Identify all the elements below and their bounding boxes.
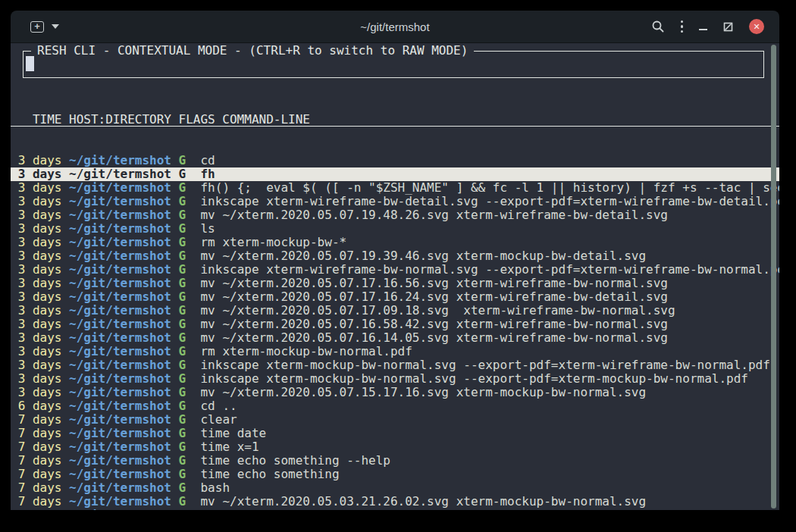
- row-time: 7 days: [18, 509, 62, 510]
- screen: ~/git/termshot: [0, 0, 796, 532]
- row-flags: G: [179, 331, 186, 345]
- history-row[interactable]: 3 days ~/git/termshot G cd: [11, 154, 779, 167]
- history-row[interactable]: 3 days ~/git/termshot G mv ~/xterm.2020.…: [11, 331, 779, 345]
- row-time: 3 days: [18, 358, 62, 372]
- history-row[interactable]: 7 days ~/git/termshot G mv ~/xterm.2020.…: [11, 509, 779, 510]
- history-row[interactable]: 3 days ~/git/termshot G mv ~/xterm.2020.…: [11, 249, 779, 263]
- history-row[interactable]: 3 days ~/git/termshot G mv ~/xterm.2020.…: [11, 208, 779, 222]
- row-flags: G: [179, 304, 186, 318]
- row-host-directory: ~/git/termshot: [69, 304, 171, 318]
- search-panel[interactable]: RESH CLI - CONTEXTUAL MODE - (CTRL+R to …: [23, 51, 764, 78]
- history-row[interactable]: 3 days ~/git/termshot G mv ~/xterm.2020.…: [11, 304, 779, 318]
- menu-button[interactable]: [681, 20, 684, 33]
- row-host-directory: ~/git/termshot: [69, 468, 171, 481]
- row-command: inkscape xterm-wireframe-bw-normal.svg -…: [200, 263, 779, 277]
- row-time: 7 days: [18, 440, 62, 454]
- row-flags: G: [179, 413, 186, 427]
- row-flags: G: [179, 509, 186, 510]
- row-host-directory: ~/git/termshot: [69, 290, 171, 304]
- history-row[interactable]: 3 days ~/git/termshot G mv ~/xterm.2020.…: [11, 277, 779, 290]
- row-time: 3 days: [18, 236, 62, 249]
- minimize-button[interactable]: [699, 23, 707, 30]
- history-row[interactable]: 3 days ~/git/termshot G mv ~/xterm.2020.…: [11, 318, 779, 331]
- history-row[interactable]: 3 days ~/git/termshot G rm xterm-mockup-…: [11, 236, 779, 249]
- history-row[interactable]: 3 days ~/git/termshot G mv ~/xterm.2020.…: [11, 290, 779, 304]
- tab-dropdown-button[interactable]: [52, 24, 59, 29]
- row-host-directory: ~/git/termshot: [69, 277, 171, 290]
- search-panel-title: RESH CLI - CONTEXTUAL MODE - (CTRL+R to …: [31, 44, 474, 58]
- row-host-directory: ~/git/termshot: [69, 345, 171, 358]
- history-row[interactable]: 3 days ~/git/termshot G inkscape xterm-m…: [11, 372, 779, 386]
- row-host-directory: ~/git/termshot: [69, 481, 171, 495]
- row-time: 3 days: [18, 386, 62, 399]
- titlebar: ~/git/termshot: [11, 11, 779, 43]
- row-flags: G: [179, 181, 186, 195]
- minimize-icon: [699, 29, 707, 30]
- history-row[interactable]: 7 days ~/git/termshot G time echo someth…: [11, 468, 779, 481]
- history-row[interactable]: 7 days ~/git/termshot G clear: [11, 413, 779, 427]
- history-row[interactable]: 3 days ~/git/termshot G ls: [11, 222, 779, 236]
- row-time: 7 days: [18, 481, 62, 495]
- row-host-directory: ~/git/termshot: [69, 236, 171, 249]
- history-row[interactable]: 7 days ~/git/termshot G time echo someth…: [11, 454, 779, 468]
- row-time: 3 days: [18, 345, 62, 358]
- row-flags: G: [179, 495, 186, 509]
- history-row[interactable]: 3 days ~/git/termshot G inkscape xterm-w…: [11, 263, 779, 277]
- close-button[interactable]: ✕: [749, 19, 764, 34]
- table-header: TIME HOST:DIRECTORY FLAGS COMMAND-LINE: [11, 113, 779, 127]
- row-time: 3 days: [18, 304, 62, 318]
- history-row[interactable]: 7 days ~/git/termshot G mv ~/xterm.2020.…: [11, 495, 779, 509]
- restore-button[interactable]: [723, 22, 733, 32]
- row-host-directory: ~/git/termshot: [69, 386, 171, 399]
- row-host-directory: ~/git/termshot: [69, 413, 171, 427]
- row-command: mv ~/xterm.2020.05.03.21.26.02.svg xterm…: [200, 495, 646, 509]
- row-host-directory: ~/git/termshot: [69, 331, 171, 345]
- history-row[interactable]: 3 days ~/git/termshot G rm xterm-mockup-…: [11, 345, 779, 358]
- history-row[interactable]: 3 days ~/git/termshot G inkscape xterm-m…: [11, 358, 779, 372]
- row-time: 7 days: [18, 454, 62, 468]
- new-tab-button[interactable]: [30, 21, 44, 33]
- chevron-down-icon: [52, 24, 59, 29]
- row-host-directory: ~/git/termshot: [69, 427, 171, 440]
- row-time: 3 days: [18, 222, 62, 236]
- row-host-directory: ~/git/termshot: [69, 263, 171, 277]
- history-list: 3 days ~/git/termshot G cd 3 days ~/git/…: [11, 154, 779, 510]
- row-flags: G: [179, 195, 186, 208]
- history-row[interactable]: 3 days ~/git/termshot G fh() {; eval $( …: [11, 181, 779, 195]
- row-command: bash: [200, 481, 230, 495]
- history-row[interactable]: 7 days ~/git/termshot G time x=1: [11, 440, 779, 454]
- history-row[interactable]: 7 days ~/git/termshot G time date: [11, 427, 779, 440]
- row-command: mv ~/xterm.2020.05.07.19.39.46.svg xterm…: [200, 249, 646, 263]
- row-flags: G: [179, 481, 186, 495]
- history-row[interactable]: 3 days ~/git/termshot G mv ~/xterm.2020.…: [11, 386, 779, 399]
- search-button[interactable]: [651, 20, 665, 33]
- row-flags: G: [179, 222, 186, 236]
- row-host-directory: ~/git/termshot: [69, 372, 171, 386]
- row-host-directory: ~/git/termshot: [69, 454, 171, 468]
- row-flags: G: [179, 399, 186, 413]
- history-row[interactable]: 3 days ~/git/termshot G inkscape xterm-w…: [11, 195, 779, 208]
- row-command: rm xterm-mockup-bw-*: [200, 236, 346, 249]
- history-row[interactable]: 3 days ~/git/termshot G fh: [11, 167, 779, 181]
- history-table: TIME HOST:DIRECTORY FLAGS COMMAND-LINE 3…: [11, 86, 779, 510]
- row-command: ls: [200, 222, 215, 236]
- row-time: 3 days: [18, 181, 62, 195]
- row-flags: G: [179, 236, 186, 249]
- row-command: mv ~/xterm.2020.05.07.15.17.16.svg xterm…: [200, 386, 646, 399]
- row-flags: G: [179, 318, 186, 331]
- close-icon: ✕: [753, 23, 760, 31]
- restore-icon: [723, 22, 733, 32]
- row-time: 3 days: [18, 331, 62, 345]
- titlebar-left-group: [11, 21, 59, 33]
- row-time: 6 days: [18, 399, 62, 413]
- row-flags: G: [179, 358, 186, 372]
- row-flags: G: [179, 468, 186, 481]
- search-icon: [651, 20, 665, 33]
- history-row[interactable]: 6 days ~/git/termshot G cd ..: [11, 399, 779, 413]
- row-command: inkscape xterm-mockup-bw-normal.svg --ex…: [200, 358, 769, 372]
- row-time: 3 days: [18, 372, 62, 386]
- history-row[interactable]: 7 days ~/git/termshot G bash: [11, 481, 779, 495]
- row-command: cd: [200, 154, 215, 167]
- scrollbar[interactable]: [771, 45, 776, 509]
- row-command: mv ~/xterm.2020.05.03.20.52.33.svg xterm…: [200, 509, 646, 510]
